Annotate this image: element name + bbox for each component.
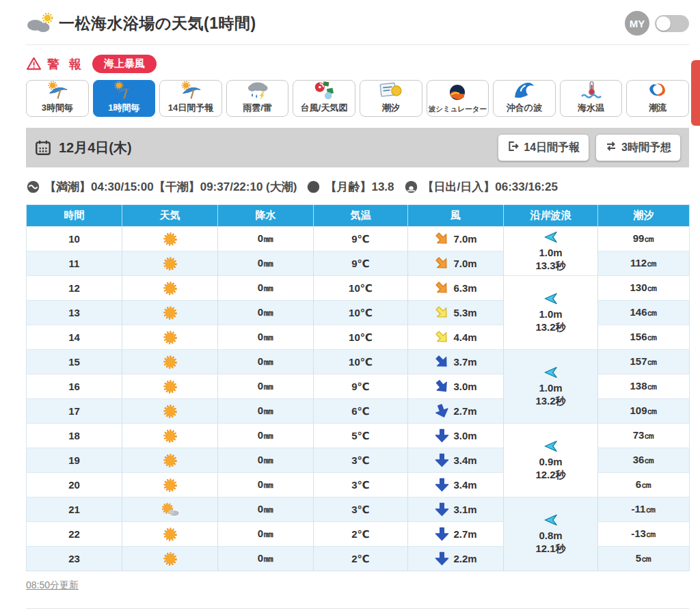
precip-cell: 0㎜ (218, 325, 314, 350)
table-row: 180㎜5℃3.0m0.9m12.2秒73㎝ (27, 424, 690, 448)
weather-cell (122, 448, 218, 473)
tab-wave-sim[interactable]: 波シミュレーター (427, 80, 489, 117)
column-header: 天気 (122, 205, 218, 227)
weather-cell (122, 374, 218, 399)
wind-speed: 2.2m (453, 553, 476, 564)
wind-arrow-icon (434, 354, 450, 370)
weather-cell (122, 399, 218, 424)
wind-arrow-icon (434, 280, 450, 296)
weather-cell (122, 276, 218, 301)
temp-cell: 2℃ (314, 522, 408, 547)
wind-cell: 2.2m (408, 547, 504, 571)
precip-cell: 0㎜ (218, 473, 314, 497)
my-badge[interactable]: MY (625, 11, 649, 36)
time-cell: 22 (27, 522, 122, 547)
wind-cell: 7.0m (408, 251, 504, 276)
tide-cell: 6㎝ (598, 473, 690, 497)
tide-cell: -13㎝ (598, 522, 690, 547)
wind-speed: 2.7m (453, 528, 476, 540)
tide-info-segment: 【満潮】04:30/15:00【干潮】09:37/22:10 (大潮) (26, 179, 297, 195)
tide-info-line: 【満潮】04:30/15:00【干潮】09:37/22:10 (大潮)【月齢】1… (26, 179, 689, 195)
tide-cell: 112㎝ (598, 251, 690, 276)
wind-speed: 2.7m (453, 405, 476, 417)
tide-cell: 156㎝ (598, 325, 690, 350)
sun-icon (162, 330, 178, 342)
wave-cell: 1.0m13.2秒 (504, 276, 598, 350)
sunrise-icon (404, 180, 422, 194)
tab-3hourly[interactable]: 3時間毎 (26, 80, 89, 117)
wind-cell: 2.7m (408, 522, 504, 547)
tab-offshore-wave[interactable]: 沖合の波 (493, 80, 556, 117)
tab-current[interactable]: 潮流 (626, 80, 689, 117)
wave-simulator-icon (444, 83, 471, 105)
warning-row: 警報 海上暴風 (26, 55, 689, 73)
temp-cell: 9℃ (314, 374, 408, 399)
weather-cell (122, 547, 218, 571)
updated-time-link[interactable]: 08:50分更新 (26, 579, 79, 590)
precip-cell: 0㎜ (218, 448, 314, 473)
weather-cell (122, 301, 218, 325)
tab-tide[interactable]: 潮汐 (360, 80, 422, 117)
time-cell: 10 (27, 227, 122, 251)
time-cell: 16 (27, 374, 122, 399)
table-row: 100㎜9℃7.0m1.0m13.3秒99㎝ (27, 227, 690, 251)
sun-icon (162, 355, 178, 366)
right-edge-ribbon[interactable] (691, 60, 700, 126)
tide-cell: 138㎝ (598, 374, 690, 399)
wind-cell: 2.7m (408, 399, 504, 424)
table-header-row: 時間天気降水気温風沿岸波浪潮汐 (27, 205, 690, 227)
wind-cell: 3.7m (408, 350, 504, 374)
tab-label: 3時間毎 (42, 102, 73, 114)
weather-page: 一松海水浴場の天気(1時間) MY 警報 海上暴風 3時間毎1時間毎14日間予報… (0, 0, 700, 615)
wind-speed: 3.4m (453, 454, 476, 466)
wind-cell: 6.3m (408, 276, 504, 301)
wave-direction-icon (541, 291, 560, 308)
temp-cell: 3℃ (314, 448, 408, 473)
column-header: 時間 (27, 205, 122, 227)
tab-sea-temp[interactable]: 海水温 (560, 80, 623, 117)
wind-speed: 3.4m (453, 479, 476, 491)
wind-speed: 6.3m (453, 282, 476, 294)
temp-cell: 2℃ (314, 547, 408, 571)
wave-direction-icon (541, 439, 560, 456)
wind-cell: 3.4m (408, 448, 504, 473)
time-cell: 19 (27, 448, 122, 473)
tab-1hourly[interactable]: 1時間毎 (93, 80, 156, 117)
wind-arrow-icon (434, 502, 450, 517)
current-date: 12月4日(木) (59, 139, 132, 157)
wind-cell: 5.3m (408, 301, 504, 325)
tab-14day[interactable]: 14日間予報 (159, 80, 222, 117)
tab-label: 潮汐 (382, 102, 400, 114)
time-cell: 14 (27, 325, 122, 350)
wave-period: 12.2秒 (535, 469, 565, 482)
warning-badge[interactable]: 海上暴風 (92, 55, 157, 73)
wind-arrow-icon (434, 428, 450, 443)
precip-cell: 0㎜ (218, 251, 314, 276)
time-cell: 15 (27, 350, 122, 374)
tide-calendar-icon (377, 80, 405, 102)
tab-label: 海水温 (578, 102, 604, 114)
fourteen-day-forecast-button[interactable]: 14日間予報 (498, 134, 589, 161)
tab-rain-radar[interactable]: 雨雲/雷 (226, 80, 289, 117)
footer: 08:50分更新 (26, 579, 689, 592)
tide-info-text: 【満潮】04:30/15:00【干潮】09:37/22:10 (大潮) (44, 179, 297, 195)
three-hour-forecast-button[interactable]: 3時間予想 (595, 134, 681, 161)
time-cell: 12 (27, 276, 122, 301)
tide-info-segment: 【月齢】13.8 (306, 179, 394, 195)
wind-cell: 3.0m (408, 374, 504, 399)
temp-cell: 3℃ (314, 473, 408, 497)
sun-umbrella-icon (110, 80, 137, 102)
calendar-icon (34, 139, 52, 156)
tab-bar: 3時間毎1時間毎14日間予報雨雲/雷台風/天気図潮汐波シミュレーター沖合の波海水… (26, 80, 689, 117)
sun-icon (162, 404, 178, 415)
tab-typhoon-map[interactable]: 台風/天気図 (293, 80, 355, 117)
wind-cell: 3.1m (408, 497, 504, 522)
precip-cell: 0㎜ (218, 424, 314, 448)
wind-arrow-icon (434, 305, 450, 320)
precip-cell: 0㎜ (218, 399, 314, 424)
wave-cell: 0.9m12.2秒 (504, 424, 598, 497)
my-toggle[interactable] (655, 15, 689, 32)
wind-arrow-icon (434, 256, 450, 271)
temp-cell: 9℃ (314, 251, 408, 276)
current-icon (644, 80, 671, 102)
